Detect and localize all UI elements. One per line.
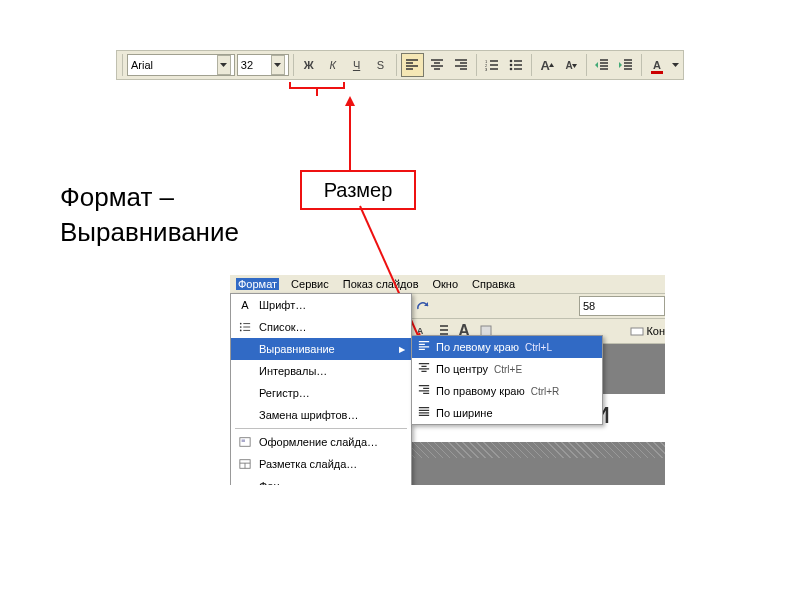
menu-format[interactable]: Формат: [236, 278, 279, 290]
menu-item-intervals[interactable]: Интервалы…: [231, 360, 411, 382]
title-line: Формат –: [60, 182, 174, 212]
submenu-item-center[interactable]: По центру Ctrl+E: [412, 358, 602, 380]
svg-point-5: [510, 68, 513, 71]
menu-service[interactable]: Сервис: [289, 278, 331, 290]
align-justify-icon: [418, 406, 430, 420]
callout-box: Размер: [300, 170, 416, 210]
separator: [122, 54, 123, 76]
title-line: Выравнивание: [60, 217, 239, 247]
menu-item-list[interactable]: Список…: [231, 316, 411, 338]
menu-window[interactable]: Окно: [430, 278, 460, 290]
zoom-value: 58: [583, 300, 595, 312]
chevron-down-icon[interactable]: [217, 55, 231, 75]
menu-item-slide-design[interactable]: Оформление слайда…: [231, 431, 411, 453]
align-center-button[interactable]: [426, 54, 448, 76]
menu-item-alignment[interactable]: Выравнивание ▶: [231, 338, 411, 360]
increase-font-button[interactable]: A: [536, 54, 558, 76]
decrease-indent-button[interactable]: [591, 54, 613, 76]
blank-icon: [237, 407, 253, 423]
menu-help[interactable]: Справка: [470, 278, 517, 290]
decrease-font-button[interactable]: A: [560, 54, 582, 76]
increase-indent-button[interactable]: [615, 54, 637, 76]
font-color-dropdown-button[interactable]: [670, 54, 680, 76]
svg-rect-21: [631, 328, 643, 335]
align-right-icon: [418, 384, 430, 398]
submenu-arrow-icon: ▶: [399, 345, 405, 354]
placeholder-border: [400, 442, 665, 458]
numbered-list-button[interactable]: 123: [481, 54, 503, 76]
font-size: 32: [241, 59, 253, 71]
font-name: Arial: [131, 59, 153, 71]
format-menu: A Шрифт… Список… Выравнивание ▶ Интервал…: [230, 293, 412, 485]
list-icon: [237, 319, 253, 335]
submenu-item-right[interactable]: По правому краю Ctrl+R: [412, 380, 602, 402]
italic-button[interactable]: К: [322, 54, 344, 76]
svg-point-24: [240, 330, 242, 332]
blank-icon: [237, 341, 253, 357]
separator: [476, 54, 477, 76]
svg-text:3: 3: [485, 67, 488, 72]
menu-item-font[interactable]: A Шрифт…: [231, 294, 411, 316]
font-color-button[interactable]: A: [646, 54, 668, 76]
blank-icon: [237, 478, 253, 485]
separator: [396, 54, 397, 76]
chevron-down-icon[interactable]: [271, 55, 285, 75]
font-size-selector[interactable]: 32: [237, 54, 289, 76]
callout-label: Размер: [324, 179, 393, 202]
menu-slideshow[interactable]: Показ слайдов: [341, 278, 421, 290]
svg-point-22: [240, 323, 242, 325]
layout-icon: [237, 456, 253, 472]
separator: [293, 54, 294, 76]
blank-icon: [237, 385, 253, 401]
bulleted-list-button[interactable]: [505, 54, 527, 76]
redo-icon[interactable]: [412, 296, 432, 316]
align-left-button[interactable]: [401, 53, 425, 77]
submenu-item-left[interactable]: По левому краю Ctrl+L: [412, 336, 602, 358]
design-icon: [237, 434, 253, 450]
blank-icon: [237, 363, 253, 379]
align-right-button[interactable]: [450, 54, 472, 76]
submenu-item-justify[interactable]: По ширине: [412, 402, 602, 424]
toolbar-tail: Кон: [630, 324, 665, 338]
menu-bar: Формат Сервис Показ слайдов Окно Справка: [230, 275, 665, 294]
separator: [531, 54, 532, 76]
zoom-field[interactable]: 58: [579, 296, 665, 316]
align-left-icon: [418, 340, 430, 354]
alignment-submenu: По левому краю Ctrl+L По центру Ctrl+E П…: [411, 335, 603, 425]
align-center-icon: [418, 362, 430, 376]
separator: [641, 54, 642, 76]
svg-point-23: [240, 326, 242, 328]
font-selector[interactable]: Arial: [127, 54, 235, 76]
tail-text: Кон: [646, 325, 665, 337]
underline-button[interactable]: Ч: [346, 54, 368, 76]
svg-point-4: [510, 64, 513, 67]
bold-button[interactable]: Ж: [298, 54, 320, 76]
generic-icon: [630, 324, 644, 338]
menu-item-case[interactable]: Регистр…: [231, 382, 411, 404]
separator: [586, 54, 587, 76]
menu-item-background[interactable]: Фон…: [231, 475, 411, 485]
font-icon: A: [237, 297, 253, 313]
svg-rect-26: [242, 439, 245, 442]
annotation-title: Формат – Выравнивание: [60, 180, 239, 250]
app-window-fragment: Формат Сервис Показ слайдов Окно Справка…: [230, 275, 665, 485]
menu-item-replace-fonts[interactable]: Замена шрифтов…: [231, 404, 411, 426]
menu-item-slide-layout[interactable]: Разметка слайда…: [231, 453, 411, 475]
shadow-button[interactable]: S: [370, 54, 392, 76]
formatting-toolbar: Arial 32 Ж К Ч S 123 A A A: [116, 50, 684, 80]
separator: [235, 428, 407, 429]
svg-point-3: [510, 60, 513, 63]
svg-marker-29: [345, 96, 355, 106]
